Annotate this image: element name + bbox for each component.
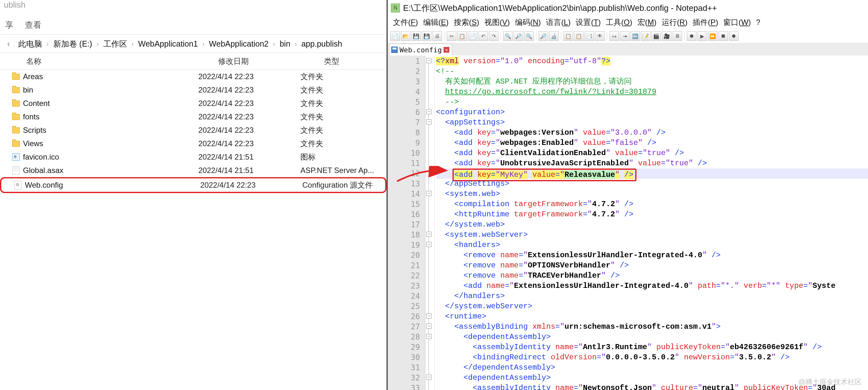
- code-line[interactable]: <dependentAssembly>: [436, 332, 868, 342]
- menu-item[interactable]: ?: [754, 17, 762, 27]
- col-date-header[interactable]: 修改日期: [214, 56, 320, 66]
- code-line[interactable]: <add name="ExtensionlessUrlHandler-Integ…: [436, 281, 868, 291]
- code-line[interactable]: -->: [436, 97, 868, 107]
- file-row[interactable]: fonts2022/4/14 22:23文件夹: [0, 110, 386, 123]
- toolbar-button[interactable]: ⏺: [729, 31, 739, 41]
- toolbar-button[interactable]: 🎬: [651, 31, 661, 41]
- editor[interactable]: 1234567891011121314151617181920212223242…: [388, 56, 868, 390]
- toolbar-button[interactable]: 📑: [585, 31, 594, 41]
- menu-item[interactable]: 设置(T): [574, 17, 603, 28]
- menu-item[interactable]: 运行(R): [660, 17, 689, 28]
- toolbar-button[interactable]: 🖥: [673, 31, 682, 41]
- toolbar-button[interactable]: 🔤: [630, 31, 640, 41]
- file-row[interactable]: Areas2022/4/14 22:23文件夹: [0, 70, 386, 83]
- code-line[interactable]: https://go.microsoft.com/fwlink/?LinkId=…: [436, 87, 868, 97]
- breadcrumb-seg[interactable]: WebApplication1: [135, 39, 201, 49]
- toolbar-button[interactable]: ▶: [698, 31, 707, 41]
- menu-item[interactable]: 宏(M): [636, 17, 658, 28]
- code-line[interactable]: <system.web>: [436, 189, 868, 199]
- col-name-header[interactable]: 名称: [22, 56, 214, 66]
- nav-left-icon[interactable]: ‹: [3, 38, 15, 49]
- file-row[interactable]: bin2022/4/14 22:23文件夹: [0, 83, 386, 97]
- code-line[interactable]: <httpRuntime targetFramework="4.7.2" />: [436, 210, 868, 220]
- code-line[interactable]: <assemblyIdentity name="Newtonsoft.Json"…: [436, 383, 868, 390]
- col-type-header[interactable]: 类型: [320, 56, 386, 66]
- code-line[interactable]: </appSettings>: [436, 179, 868, 189]
- toolbar-button[interactable]: 📄: [390, 31, 400, 41]
- code-line[interactable]: 有关如何配置 ASP.NET 应用程序的详细信息，请访问: [436, 77, 868, 87]
- file-row[interactable]: Web.config2022/4/14 22:23Configuration 源…: [0, 177, 386, 193]
- code-line[interactable]: <?xml version="1.0" encoding="utf-8"?>: [436, 56, 868, 66]
- menu-item[interactable]: 文件(F): [391, 17, 420, 28]
- toolbar-button[interactable]: 📂: [401, 31, 410, 41]
- code-line[interactable]: <system.webServer>: [436, 230, 868, 240]
- breadcrumb-seg[interactable]: 此电脑: [15, 38, 45, 49]
- toolbar-button[interactable]: 📄: [468, 31, 477, 41]
- code-line[interactable]: </handlers>: [436, 291, 868, 301]
- file-row[interactable]: Global.asax2022/4/14 21:51ASP.NET Server…: [0, 164, 386, 177]
- breadcrumb-seg[interactable]: bin: [276, 39, 293, 49]
- toolbar-button[interactable]: 📋: [457, 31, 467, 41]
- toolbar-button[interactable]: 📋: [574, 31, 584, 41]
- breadcrumb[interactable]: ‹ 此电脑›新加卷 (E:)›工作区›WebApplication1›WebAp…: [0, 34, 386, 53]
- file-row[interactable]: Views2022/4/14 22:23文件夹: [0, 137, 386, 150]
- toolbar-button[interactable]: 📋: [563, 31, 573, 41]
- code-line[interactable]: <handlers>: [436, 240, 868, 250]
- code-line[interactable]: <remove name="TRACEVerbHandler" />: [436, 271, 868, 281]
- toolbar-button[interactable]: ⏺: [687, 31, 696, 41]
- file-row[interactable]: Scripts2022/4/14 22:23文件夹: [0, 123, 386, 137]
- toolbar-button[interactable]: ⏹: [718, 31, 728, 41]
- breadcrumb-seg[interactable]: 新加卷 (E:): [50, 38, 95, 49]
- breadcrumb-seg[interactable]: WebApplication2: [206, 39, 272, 49]
- toolbar-button[interactable]: 🔎: [538, 31, 548, 41]
- menu-item[interactable]: 插件(P): [691, 17, 720, 28]
- toolbar-button[interactable]: ✂: [447, 31, 456, 41]
- breadcrumb-seg[interactable]: app.publish: [298, 39, 345, 49]
- code-line[interactable]: <!--: [436, 66, 868, 77]
- menu-item[interactable]: 视图(V): [483, 17, 512, 28]
- toolbar-button[interactable]: 🔬: [549, 31, 559, 41]
- toolbar-button[interactable]: ⇥: [620, 31, 629, 41]
- breadcrumb-seg[interactable]: 工作区: [100, 38, 130, 49]
- code-line[interactable]: <add key="ClientValidationEnabled" value…: [436, 148, 868, 158]
- code-line[interactable]: <bindingRedirect oldVersion="0.0.0.0-3.5…: [436, 352, 868, 363]
- toolbar-button[interactable]: 🔍: [503, 31, 513, 41]
- toolbar-button[interactable]: 📝: [641, 31, 651, 41]
- code-line[interactable]: <add key="webpages:Version" value="3.0.0…: [436, 128, 868, 138]
- toolbar-button[interactable]: ↦: [609, 31, 619, 41]
- menu-item[interactable]: 语言(L): [544, 17, 572, 28]
- toolbar-button[interactable]: 💾: [422, 31, 431, 41]
- code-line[interactable]: </system.webServer>: [436, 301, 868, 311]
- file-row[interactable]: Content2022/4/14 22:23文件夹: [0, 97, 386, 110]
- code-line[interactable]: </dependentAssembly>: [436, 363, 868, 373]
- ribbon-share[interactable]: 享: [5, 20, 13, 31]
- toolbar-button[interactable]: ↷: [489, 31, 498, 41]
- code-line[interactable]: <configuration>: [436, 107, 868, 117]
- code-line[interactable]: <remove name="OPTIONSVerbHandler" />: [436, 260, 868, 271]
- toolbar-button[interactable]: ↶: [478, 31, 488, 41]
- code-line[interactable]: <appSettings>: [436, 117, 868, 128]
- code-line[interactable]: <add key="MyKey" value="Releasvalue" />: [436, 168, 868, 179]
- code-line[interactable]: <assemblyIdentity name="Antlr3.Runtime" …: [436, 342, 868, 352]
- menu-item[interactable]: 窗口(W): [721, 17, 753, 28]
- toolbar-button[interactable]: 🖨: [432, 31, 442, 41]
- toolbar-button[interactable]: 👁: [595, 31, 604, 41]
- code-line[interactable]: </system.web>: [436, 220, 868, 230]
- toolbar-button[interactable]: 🎥: [662, 31, 672, 41]
- toolbar-button[interactable]: ⏩: [708, 31, 717, 41]
- code-line[interactable]: <compilation targetFramework="4.7.2" />: [436, 199, 868, 210]
- menu-item[interactable]: 编辑(E): [421, 17, 451, 28]
- close-icon[interactable]: ✕: [443, 47, 449, 53]
- tab-webconfig[interactable]: Web.config ✕: [389, 44, 452, 56]
- code-line[interactable]: <runtime>: [436, 311, 868, 322]
- toolbar-button[interactable]: 💾: [411, 31, 421, 41]
- code-line[interactable]: <add key="UnobtrusiveJavaScriptEnabled" …: [436, 158, 868, 168]
- code-line[interactable]: <remove name="ExtensionlessUrlHandler-In…: [436, 250, 868, 260]
- code-line[interactable]: <assemblyBinding xmlns="urn:schemas-micr…: [436, 322, 868, 332]
- menu-item[interactable]: 搜索(S): [452, 17, 481, 28]
- code-line[interactable]: <dependentAssembly>: [436, 373, 868, 383]
- toolbar-button[interactable]: 🔍: [524, 31, 534, 41]
- menu-item[interactable]: 编码(N): [513, 17, 543, 28]
- code-area[interactable]: <?xml version="1.0" encoding="utf-8"?><!…: [435, 56, 868, 390]
- ribbon-view[interactable]: 查看: [25, 20, 41, 31]
